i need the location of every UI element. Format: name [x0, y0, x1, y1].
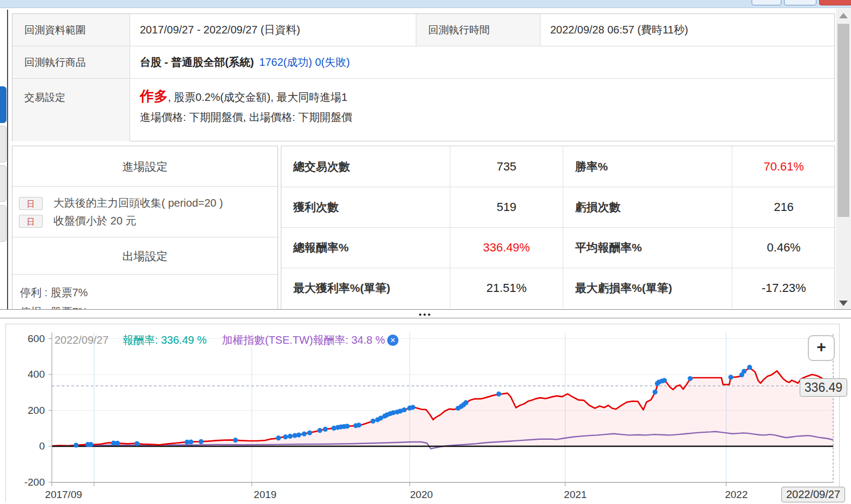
trade-price-text: 進場價格: 下期開盤價, 出場價格: 下期開盤價	[140, 107, 352, 127]
value-instrument: 台股 - 普通股全部(系統) 1762(成功) 0(失敗)	[130, 46, 835, 79]
stop-loss-text: 停損 : 股票7%	[20, 305, 88, 309]
pane-left-border	[7, 10, 8, 310]
value-trade-settings: 作多, 股票0.2%(成交金額), 最大同時進場1 進場價格: 下期開盤價, 出…	[130, 79, 835, 141]
svg-text:2020: 2020	[410, 489, 433, 500]
topbar-button-2[interactable]	[784, 0, 816, 5]
instrument-result-link[interactable]: 1762(成功) 0(失敗)	[259, 55, 350, 70]
stat-label: 總交易次數	[281, 146, 450, 187]
stat-value: 735	[450, 146, 563, 187]
side-tab-4[interactable]	[0, 205, 6, 242]
svg-text:0: 0	[39, 440, 45, 452]
svg-text:400: 400	[28, 369, 45, 380]
scroll-down-arrow-icon[interactable]	[839, 301, 848, 306]
scroll-up-arrow-icon[interactable]	[839, 13, 848, 18]
svg-text:200: 200	[28, 405, 45, 416]
chart-zoom-button[interactable]: +	[808, 335, 835, 361]
stat-value-win-rate: 70.61%	[732, 146, 835, 187]
returns-chart-canvas[interactable]: 6004002000-2002017/092019202020212022202…	[6, 324, 840, 502]
pane-splitter[interactable]: •••	[0, 309, 851, 318]
stat-value: 519	[450, 187, 563, 227]
label-trade-settings: 交易設定	[12, 79, 130, 141]
entry-settings-header: 進場設定	[12, 159, 278, 174]
chart-legend: 2022/09/27 報酬率: 336.49 % 加權指數(TSE.TW)報酬率…	[55, 332, 399, 348]
performance-stats-table: 總交易次數 735 勝率% 70.61% 獲利次數 519 虧損次數 216 總…	[281, 146, 835, 309]
stat-value: 216	[732, 187, 835, 227]
stat-label: 虧損次數	[563, 187, 732, 227]
value-exec-time: 2022/09/28 06:57 (費時11秒)	[541, 14, 835, 46]
legend-date: 2022/09/27	[55, 334, 109, 346]
topbar-close-button[interactable]	[819, 0, 851, 5]
splitter-handle-icon[interactable]: •••	[419, 311, 433, 318]
label-instrument: 回測執行商品	[12, 46, 130, 79]
svg-text:600: 600	[28, 333, 45, 344]
instrument-name: 台股 - 普通股全部(系統)	[140, 55, 254, 70]
equity-curve-chart: 6004002000-2002017/092019202020212022202…	[5, 324, 840, 502]
exit-settings-header: 出場設定	[12, 249, 278, 264]
condition-text: 收盤價小於 20 元	[53, 214, 136, 228]
svg-text:2017/09: 2017/09	[45, 489, 82, 500]
stat-label: 最大虧損率%(單筆)	[563, 268, 732, 308]
scrollbar-thumb[interactable]	[838, 24, 849, 217]
divider	[12, 237, 278, 237]
entry-condition-2: 日 收盤價小於 20 元	[19, 214, 136, 228]
backtest-report-window: 回測資料範圍 2017/09/27 - 2022/09/27 (日資料) 回測執…	[0, 0, 851, 504]
value-data-range: 2017/09/27 - 2022/09/27 (日資料)	[130, 14, 416, 46]
topbar-button-1[interactable]	[752, 0, 781, 5]
trade-direction: 作多	[140, 88, 168, 104]
stat-label: 勝率%	[563, 146, 732, 187]
legend-close-icon[interactable]: ✕	[387, 335, 399, 346]
crosshair-date-label: 2022/09/27	[781, 487, 845, 502]
side-tab-2[interactable]	[0, 126, 6, 162]
side-tab-active[interactable]	[0, 86, 6, 123]
strategy-settings-panel: 進場設定 日 大跌後的主力回頭收集( period=20 ) 日 收盤價小於 2…	[12, 146, 278, 309]
stat-label: 最大獲利率%(單筆)	[281, 268, 450, 308]
vertical-scrollbar[interactable]	[836, 9, 851, 309]
stat-label: 獲利次數	[281, 187, 450, 227]
trade-fee-text: , 股票0.2%(成交金額), 最大同時進場1	[168, 91, 347, 103]
freq-badge-day[interactable]: 日	[19, 197, 43, 210]
stat-label: 平均報酬率%	[563, 227, 732, 268]
crosshair-value-label: 336.49	[800, 378, 847, 397]
backtest-info-table: 回測資料範圍 2017/09/27 - 2022/09/27 (日資料) 回測執…	[12, 13, 835, 141]
condition-text: 大跌後的主力回頭收集( period=20 )	[53, 196, 223, 210]
stat-value: 0.46%	[732, 227, 835, 268]
stat-value: 21.51%	[450, 268, 563, 308]
label-exec-time: 回測執行時間	[416, 14, 541, 46]
svg-text:2021: 2021	[564, 489, 586, 500]
divider	[12, 274, 278, 275]
svg-text:-200: -200	[24, 476, 45, 488]
svg-text:2019: 2019	[254, 489, 276, 500]
freq-badge-day[interactable]: 日	[19, 215, 43, 228]
take-profit-text: 停利 : 股票7%	[20, 285, 88, 300]
window-topbar	[0, 0, 851, 8]
side-tab-3[interactable]	[0, 165, 6, 202]
label-data-range: 回測資料範圍	[12, 14, 130, 46]
divider	[12, 186, 278, 187]
stat-value: -17.23%	[732, 268, 835, 308]
legend-index-return: 加權指數(TSE.TW)報酬率: 34.8 %	[222, 333, 385, 348]
stat-value-total-return: 336.49%	[450, 227, 563, 268]
legend-strategy-return: 報酬率: 336.49 %	[123, 333, 207, 348]
entry-condition-1: 日 大跌後的主力回頭收集( period=20 )	[19, 196, 223, 210]
stat-label: 總報酬率%	[281, 227, 450, 268]
svg-text:2022: 2022	[725, 489, 747, 500]
